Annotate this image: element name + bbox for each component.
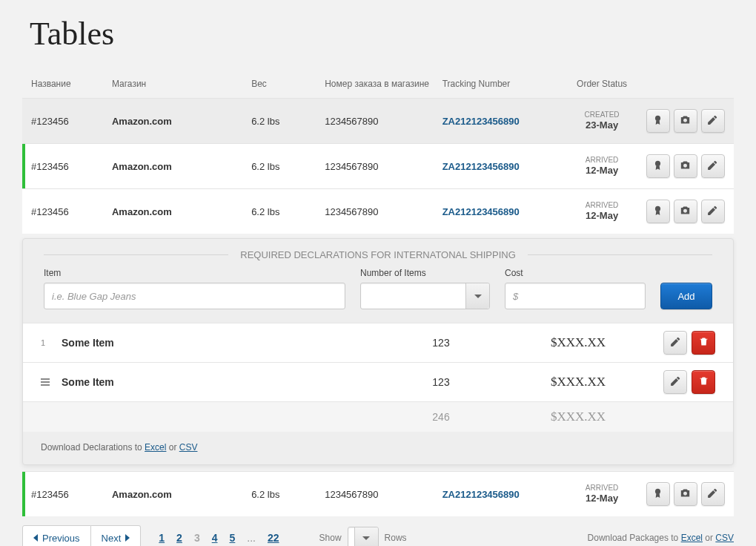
- camera-icon: [679, 159, 692, 174]
- pencil-icon: [669, 335, 682, 350]
- pencil-icon: [706, 204, 719, 219]
- rows-per-page-select[interactable]: [348, 527, 379, 546]
- cell-status: ARRIVED12-May: [567, 156, 637, 177]
- download-declarations-csv[interactable]: CSV: [179, 442, 198, 453]
- status-date: 12-May: [586, 165, 618, 176]
- cell-weight: 6.2 lbs: [251, 161, 325, 172]
- drag-handle[interactable]: [41, 378, 62, 386]
- cell-name: #123456: [31, 206, 112, 217]
- col-actions: [637, 79, 725, 89]
- cell-store: Amazon.com: [112, 489, 251, 500]
- cell-status: CREATED23-May: [567, 111, 637, 132]
- chevron-left-icon: [33, 534, 38, 542]
- declaration-form: ItemNumber of ItemsCostAdd: [23, 268, 733, 323]
- decl-item-cost: $XXX.XX: [508, 375, 649, 389]
- edit-declaration-button[interactable]: [663, 331, 687, 355]
- col-name: Название: [31, 79, 112, 89]
- next-label: Next: [102, 533, 122, 544]
- camera-button[interactable]: [674, 154, 697, 178]
- cell-tracking[interactable]: ZA212123456890: [442, 116, 567, 127]
- number-input[interactable]: [361, 283, 465, 309]
- page-link[interactable]: 22: [268, 532, 279, 544]
- camera-button[interactable]: [674, 109, 697, 133]
- declaration-row: Some Item123$XXX.XX: [23, 362, 733, 401]
- table-row[interactable]: #123456Amazon.com6.2 lbs1234567890ZA2121…: [22, 98, 734, 143]
- pencil-icon: [669, 375, 682, 389]
- table-row[interactable]: #123456Amazon.com6.2 lbs1234567890ZA2121…: [22, 188, 734, 234]
- svg-point-1: [684, 119, 688, 122]
- svg-point-5: [684, 209, 688, 213]
- certificate-button[interactable]: [646, 109, 670, 133]
- col-order: Номер заказа в магазине: [325, 79, 442, 89]
- edit-button[interactable]: [701, 482, 725, 506]
- cell-name: #123456: [31, 161, 112, 172]
- total-count: 246: [374, 411, 508, 423]
- download-packages-csv[interactable]: CSV: [715, 533, 734, 543]
- next-button[interactable]: Next: [91, 525, 142, 546]
- certificate-button[interactable]: [646, 200, 670, 223]
- declaration-total-row: 246$XXX.XX: [23, 401, 733, 432]
- cell-tracking[interactable]: ZA212123456890: [442, 206, 567, 217]
- decl-item-count: 123: [374, 337, 508, 349]
- download-declarations-excel[interactable]: Excel: [145, 442, 166, 453]
- cell-order: 1234567890: [325, 489, 442, 500]
- cell-order: 1234567890: [325, 206, 442, 217]
- certificate-button[interactable]: [646, 482, 670, 506]
- camera-button[interactable]: [674, 200, 697, 223]
- svg-point-6: [655, 489, 660, 494]
- cell-tracking[interactable]: ZA212123456890: [442, 161, 567, 172]
- rows-per-page-caret[interactable]: [354, 527, 378, 546]
- page-link[interactable]: 4: [212, 532, 218, 544]
- edit-declaration-button[interactable]: [663, 370, 687, 394]
- rows-label: Rows: [385, 533, 407, 543]
- add-button[interactable]: Add: [660, 283, 712, 309]
- hamburger-icon: [41, 378, 50, 386]
- certificate-button[interactable]: [646, 154, 670, 178]
- cell-weight: 6.2 lbs: [251, 116, 325, 127]
- cell-tracking[interactable]: ZA212123456890: [442, 489, 567, 500]
- page-link[interactable]: 5: [230, 532, 236, 544]
- pencil-icon: [706, 159, 719, 174]
- cell-status: ARRIVED12-May: [567, 201, 637, 223]
- cost-label: Cost: [505, 268, 646, 278]
- previous-button[interactable]: Previous: [22, 525, 91, 546]
- page-title: Tables: [30, 15, 734, 53]
- decl-item-name: Some Item: [62, 337, 374, 349]
- edit-button[interactable]: [701, 154, 725, 178]
- table-row[interactable]: #123456Amazon.com6.2 lbs1234567890ZA2121…: [22, 143, 734, 188]
- delete-declaration-button[interactable]: [692, 370, 715, 394]
- item-input[interactable]: [44, 283, 345, 309]
- status-label: CREATED: [567, 111, 637, 120]
- number-caret[interactable]: [465, 283, 489, 309]
- cost-input[interactable]: [505, 283, 646, 309]
- edit-button[interactable]: [701, 109, 725, 133]
- chevron-down-icon: [362, 536, 370, 540]
- cell-store: Amazon.com: [112, 116, 251, 127]
- col-tracking: Tracking Number: [442, 79, 567, 89]
- col-store: Магазин: [112, 79, 251, 89]
- decl-item-name: Some Item: [62, 376, 374, 388]
- table-row[interactable]: #123456Amazon.com6.2 lbs1234567890ZA2121…: [22, 471, 734, 516]
- cell-weight: 6.2 lbs: [251, 489, 325, 500]
- camera-button[interactable]: [674, 482, 697, 506]
- number-select[interactable]: [360, 283, 490, 309]
- edit-button[interactable]: [701, 200, 725, 223]
- show-label: Show: [319, 533, 342, 543]
- cell-order: 1234567890: [325, 116, 442, 127]
- camera-icon: [679, 114, 692, 128]
- svg-point-0: [655, 116, 660, 121]
- camera-icon: [679, 487, 692, 501]
- download-packages-text: Download Packages to Excel or CSV: [588, 533, 734, 543]
- page-link[interactable]: 1: [159, 532, 165, 544]
- download-packages-excel[interactable]: Excel: [681, 533, 703, 543]
- cell-status: ARRIVED12-May: [567, 484, 637, 505]
- col-status: Order Status: [567, 79, 637, 89]
- col-weight: Вес: [251, 79, 325, 89]
- delete-declaration-button[interactable]: [692, 331, 715, 355]
- svg-point-2: [655, 161, 660, 166]
- page-link[interactable]: 2: [176, 532, 182, 544]
- declarations-title: REQUIRED DECLARATIONS FOR INTERNATONAL S…: [240, 249, 516, 260]
- declarations-footer: Download Declarations to Excel or CSV: [23, 432, 733, 464]
- page-links: 12345...22: [159, 532, 279, 544]
- item-index: 1: [41, 338, 62, 347]
